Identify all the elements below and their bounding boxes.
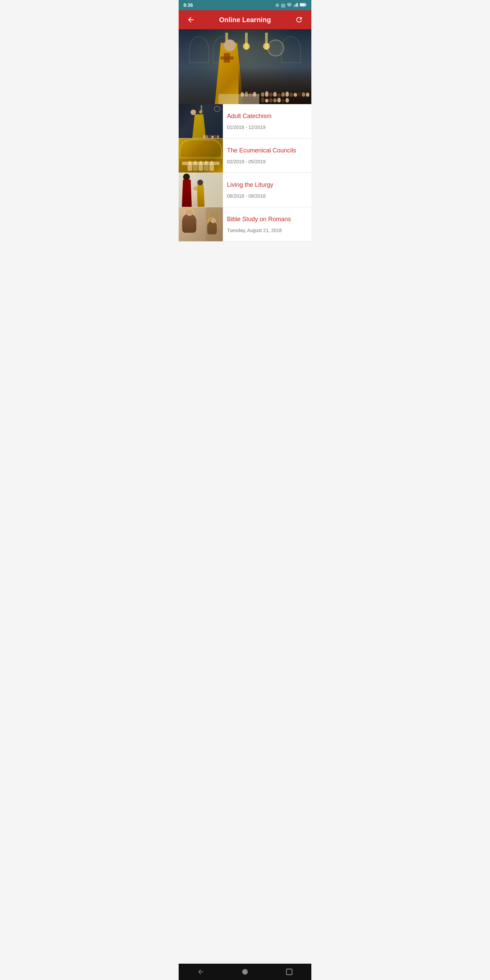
main-content: Adult Catechism 01/2018 - 12/2019 bbox=[179, 29, 311, 258]
status-icons: ⚙ ▤ bbox=[275, 3, 307, 8]
svg-rect-4 bbox=[297, 3, 298, 7]
list-item[interactable]: Bible Study on Romans Tuesday, August 21… bbox=[179, 207, 311, 242]
course-info: Adult Catechism 01/2018 - 12/2019 bbox=[223, 104, 311, 138]
course-title: Adult Catechism bbox=[227, 112, 307, 120]
thumbnail-ecumenical bbox=[179, 138, 223, 172]
refresh-button[interactable] bbox=[292, 13, 306, 27]
status-time: 8:36 bbox=[183, 2, 193, 8]
hero-image bbox=[179, 29, 311, 104]
svg-point-0 bbox=[289, 6, 290, 6]
course-title: Living the Liturgy bbox=[227, 181, 307, 189]
thumbnail-adult-catechism bbox=[179, 104, 223, 138]
gear-icon: ⚙ bbox=[275, 3, 279, 8]
svg-rect-6 bbox=[300, 3, 305, 6]
course-date: Tuesday, August 21, 2018 bbox=[227, 228, 307, 233]
course-title: The Ecumenical Councils bbox=[227, 147, 307, 154]
course-title: Bible Study on Romans bbox=[227, 215, 307, 223]
thumbnail-bible-romans bbox=[179, 207, 223, 241]
signal-icon bbox=[293, 3, 298, 8]
svg-rect-2 bbox=[295, 4, 295, 6]
course-info: Bible Study on Romans Tuesday, August 21… bbox=[223, 207, 311, 241]
battery-icon bbox=[300, 3, 307, 8]
page-title: Online Learning bbox=[219, 16, 271, 24]
thumbnail-liturgy bbox=[179, 173, 223, 207]
svg-rect-1 bbox=[294, 5, 294, 7]
course-date: 01/2018 - 12/2019 bbox=[227, 124, 307, 130]
course-info: Living the Liturgy 06/2018 - 09/2018 bbox=[223, 173, 311, 207]
list-item[interactable]: Living the Liturgy 06/2018 - 09/2018 bbox=[179, 173, 311, 207]
back-button[interactable] bbox=[184, 13, 198, 27]
svg-rect-3 bbox=[296, 3, 297, 6]
course-date: 06/2018 - 09/2018 bbox=[227, 193, 307, 199]
list-item[interactable]: Adult Catechism 01/2018 - 12/2019 bbox=[179, 104, 311, 138]
course-list: Adult Catechism 01/2018 - 12/2019 bbox=[179, 104, 311, 242]
app-bar: Online Learning bbox=[179, 10, 311, 29]
course-date: 02/2019 - 05/2019 bbox=[227, 159, 307, 164]
svg-rect-7 bbox=[305, 4, 306, 5]
status-bar: 8:36 ⚙ ▤ bbox=[179, 0, 311, 10]
course-info: The Ecumenical Councils 02/2019 - 05/201… bbox=[223, 138, 311, 172]
wifi-icon bbox=[287, 3, 292, 8]
sd-card-icon: ▤ bbox=[281, 3, 285, 8]
list-item[interactable]: The Ecumenical Councils 02/2019 - 05/201… bbox=[179, 138, 311, 173]
